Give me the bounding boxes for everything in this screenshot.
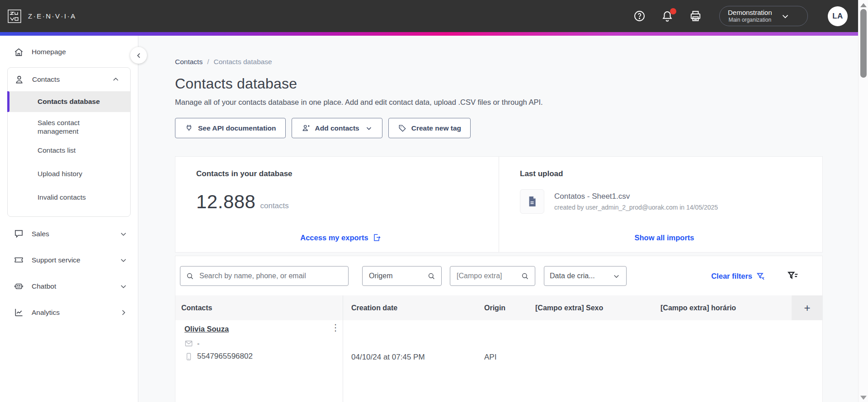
envelope-icon: [184, 339, 193, 348]
topbar: Z·E·N·V·I·A: [0, 0, 858, 32]
chevron-down-icon: [119, 282, 128, 291]
filter-clear-icon: [756, 271, 765, 281]
mobile-phone-icon: [184, 352, 193, 361]
page-description: Manage all of your contacts database in …: [175, 98, 858, 107]
contact-phone-line: 5547965596802: [184, 352, 253, 361]
contact-origin: API: [484, 353, 496, 362]
search-icon: [186, 272, 194, 280]
contact-email-line: -: [184, 339, 199, 348]
home-icon: [14, 47, 24, 57]
breadcrumb: Contacts / Contacts database: [175, 58, 858, 66]
page-scrollbar[interactable]: [858, 0, 868, 402]
contacts-person-icon: [14, 75, 24, 85]
campo-extra-filter[interactable]: [450, 266, 535, 286]
sidebar-collapse-button[interactable]: [130, 47, 147, 64]
page-title: Contacts database: [175, 75, 858, 92]
search-input[interactable]: [198, 271, 343, 280]
search-box[interactable]: [180, 266, 349, 286]
notification-badge: [670, 8, 676, 14]
link-label: Access my exports: [300, 234, 368, 242]
sidebar-item-chatbot[interactable]: Chatbot: [0, 276, 138, 296]
contact-name-link[interactable]: Olivia Souza: [184, 325, 229, 333]
button-label: Add contacts: [315, 124, 359, 132]
last-upload-title: Last upload: [520, 169, 809, 178]
sidebar-item-label: Support service: [32, 256, 80, 264]
organization-name: Demonstration: [728, 9, 772, 17]
sidebar-item-label: Chatbot: [32, 282, 56, 290]
breadcrumb-current[interactable]: Contacts database: [213, 58, 272, 66]
help-icon[interactable]: [633, 10, 646, 22]
stats-card: Contacts in your database 12.888 contact…: [175, 156, 823, 252]
filter-label: Data de cria...: [550, 272, 595, 280]
origem-input[interactable]: [368, 271, 427, 280]
chevron-right-icon: [119, 308, 128, 317]
ticket-icon: [14, 255, 24, 265]
contacts-count-title: Contacts in your database: [196, 169, 485, 178]
filter-funnel-icon[interactable]: [787, 270, 799, 282]
brand-gradient-bar: [0, 32, 858, 36]
sidebar-item-label: Contacts: [32, 75, 60, 84]
sidebar-item-contacts[interactable]: Contacts: [8, 70, 130, 89]
origem-filter[interactable]: [362, 266, 442, 286]
contacts-count-row: 12.888 contacts: [196, 191, 485, 213]
add-contacts-button[interactable]: Add contacts: [292, 118, 382, 138]
link-label: Show all imports: [634, 234, 694, 242]
clear-filters-link[interactable]: Clear filters: [711, 271, 765, 281]
chevron-down-icon: [612, 272, 621, 280]
last-upload-file: Contatos - Sheet1.csv created by user_ad…: [520, 189, 809, 214]
file-texts: Contatos - Sheet1.csv created by user_ad…: [554, 192, 718, 211]
button-label: See API documentation: [198, 124, 276, 132]
campo-extra-input[interactable]: [456, 271, 521, 280]
sidebar-item-homepage[interactable]: Homepage: [0, 42, 138, 62]
brand-wordmark: Z·E·N·V·I·A: [28, 12, 76, 20]
contact-creation-date: 04/10/24 at 07:45 PM: [351, 353, 425, 362]
user-avatar[interactable]: LA: [828, 6, 848, 26]
sidebar-item-invalid-contacts[interactable]: Invalid contacts: [8, 192, 130, 203]
sidebar-item-analytics[interactable]: Analytics: [0, 303, 138, 323]
column-header-creation-date[interactable]: Creation date: [351, 295, 397, 320]
contacts-count-unit: contacts: [260, 201, 288, 210]
csv-file-icon: [520, 189, 544, 214]
contacts-table-card: Data de cria... Clear filters: [175, 256, 823, 402]
column-header-campo-sexo[interactable]: [Campo extra] Sexo: [535, 295, 603, 320]
printer-icon[interactable]: [689, 9, 702, 23]
search-icon: [521, 272, 529, 280]
sidebar-item-support-service[interactable]: Support service: [0, 250, 138, 270]
show-all-imports-link[interactable]: Show all imports: [634, 234, 694, 242]
file-name: Contatos - Sheet1.csv: [554, 192, 718, 201]
creation-date-filter[interactable]: Data de cria...: [544, 266, 627, 286]
add-column-button[interactable]: +: [792, 295, 823, 320]
app-window: Z·E·N·V·I·A: [0, 0, 868, 402]
chevron-down-icon: [119, 229, 128, 238]
see-api-documentation-button[interactable]: See API documentation: [175, 118, 286, 138]
action-buttons: See API documentation Add contacts: [175, 118, 858, 138]
organization-labels: Demonstration Main organization: [728, 9, 772, 24]
contacts-count-value: 12.888: [196, 191, 255, 213]
scrollbar-down-arrow-icon[interactable]: [860, 396, 867, 400]
sidebar-item-sales[interactable]: Sales: [0, 224, 138, 244]
sidebar-item-contacts-list[interactable]: Contacts list: [8, 145, 130, 156]
sidebar-contacts-group: Contacts Contacts database Sales contact…: [7, 67, 131, 217]
zenvia-logo-icon: [7, 9, 22, 23]
access-exports-link[interactable]: Access my exports: [300, 233, 381, 242]
analytics-chart-icon: [14, 307, 24, 318]
breadcrumb-separator: /: [207, 58, 209, 66]
notifications-bell-icon[interactable]: [661, 10, 674, 23]
table-row: Olivia Souza ⋮ - 55: [175, 320, 822, 397]
breadcrumb-contacts[interactable]: Contacts: [175, 58, 203, 66]
scrollbar-up-arrow-icon[interactable]: [860, 3, 867, 7]
link-label: Clear filters: [711, 272, 752, 280]
create-new-tag-button[interactable]: Create new tag: [388, 118, 471, 138]
column-header-campo-horario[interactable]: [Campo extra] horário: [660, 295, 736, 320]
last-upload-panel: Last upload Contatos - Sheet1.csv create…: [499, 157, 822, 252]
sidebar-item-upload-history[interactable]: Upload history: [8, 168, 130, 179]
sidebar-item-contacts-database[interactable]: Contacts database: [8, 91, 130, 112]
contacts-count-panel: Contacts in your database 12.888 contact…: [175, 157, 499, 252]
organization-switcher[interactable]: Demonstration Main organization: [719, 6, 808, 27]
row-kebab-menu-icon[interactable]: ⋮: [331, 323, 340, 332]
sidebar-item-label: Upload history: [38, 169, 82, 178]
scrollbar-thumb[interactable]: [860, 9, 867, 78]
column-header-origin[interactable]: Origin: [484, 295, 505, 320]
sidebar-item-sales-contact-management[interactable]: Sales contact management: [8, 118, 130, 136]
column-header-contacts[interactable]: Contacts: [181, 295, 212, 320]
